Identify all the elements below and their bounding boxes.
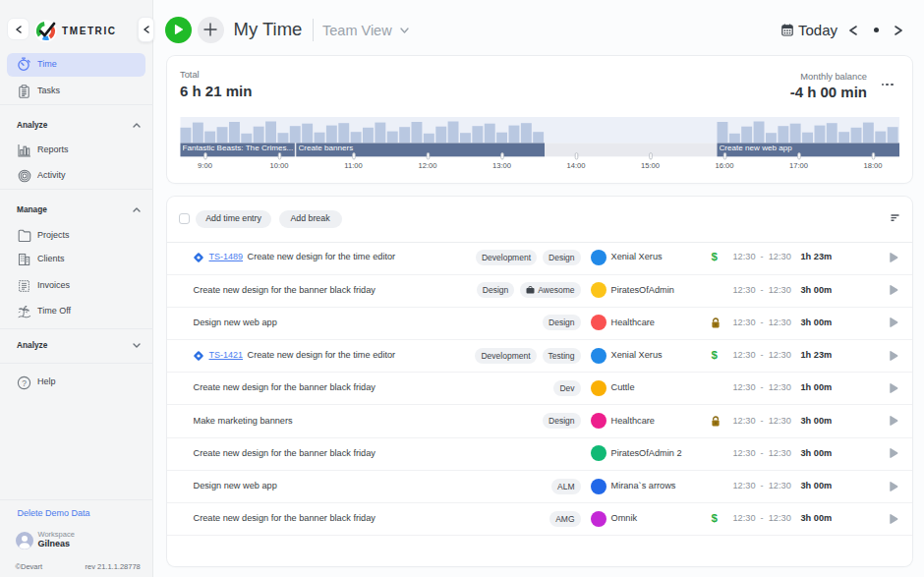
svg-text:?: ?	[22, 377, 27, 387]
